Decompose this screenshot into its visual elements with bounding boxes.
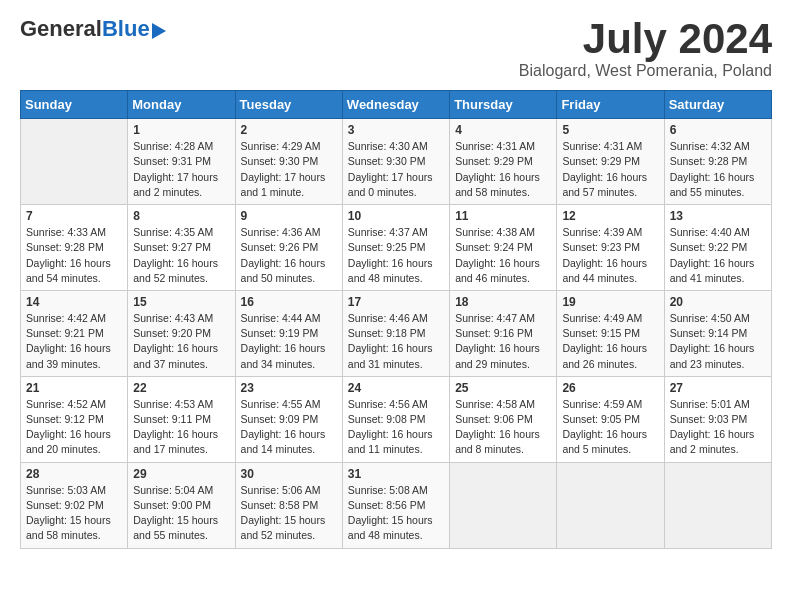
calendar-cell: 24Sunrise: 4:56 AM Sunset: 9:08 PM Dayli… xyxy=(342,376,449,462)
month-year-title: July 2024 xyxy=(519,16,772,62)
day-number: 29 xyxy=(133,467,229,481)
column-header-friday: Friday xyxy=(557,91,664,119)
day-info: Sunrise: 4:49 AM Sunset: 9:15 PM Dayligh… xyxy=(562,311,658,372)
calendar-cell: 29Sunrise: 5:04 AM Sunset: 9:00 PM Dayli… xyxy=(128,462,235,548)
calendar-cell: 16Sunrise: 4:44 AM Sunset: 9:19 PM Dayli… xyxy=(235,290,342,376)
day-info: Sunrise: 4:38 AM Sunset: 9:24 PM Dayligh… xyxy=(455,225,551,286)
calendar-cell: 5Sunrise: 4:31 AM Sunset: 9:29 PM Daylig… xyxy=(557,119,664,205)
day-number: 27 xyxy=(670,381,766,395)
calendar-cell: 23Sunrise: 4:55 AM Sunset: 9:09 PM Dayli… xyxy=(235,376,342,462)
calendar-cell: 19Sunrise: 4:49 AM Sunset: 9:15 PM Dayli… xyxy=(557,290,664,376)
calendar-cell: 9Sunrise: 4:36 AM Sunset: 9:26 PM Daylig… xyxy=(235,205,342,291)
day-number: 23 xyxy=(241,381,337,395)
column-header-thursday: Thursday xyxy=(450,91,557,119)
calendar-cell: 3Sunrise: 4:30 AM Sunset: 9:30 PM Daylig… xyxy=(342,119,449,205)
day-info: Sunrise: 4:43 AM Sunset: 9:20 PM Dayligh… xyxy=(133,311,229,372)
day-info: Sunrise: 4:32 AM Sunset: 9:28 PM Dayligh… xyxy=(670,139,766,200)
day-info: Sunrise: 5:08 AM Sunset: 8:56 PM Dayligh… xyxy=(348,483,444,544)
day-info: Sunrise: 4:46 AM Sunset: 9:18 PM Dayligh… xyxy=(348,311,444,372)
day-info: Sunrise: 4:31 AM Sunset: 9:29 PM Dayligh… xyxy=(455,139,551,200)
calendar-cell: 4Sunrise: 4:31 AM Sunset: 9:29 PM Daylig… xyxy=(450,119,557,205)
day-number: 7 xyxy=(26,209,122,223)
day-number: 24 xyxy=(348,381,444,395)
logo: General Blue xyxy=(20,16,166,42)
calendar-cell xyxy=(664,462,771,548)
calendar-cell: 1Sunrise: 4:28 AM Sunset: 9:31 PM Daylig… xyxy=(128,119,235,205)
calendar-cell: 15Sunrise: 4:43 AM Sunset: 9:20 PM Dayli… xyxy=(128,290,235,376)
day-number: 15 xyxy=(133,295,229,309)
day-number: 25 xyxy=(455,381,551,395)
day-info: Sunrise: 4:59 AM Sunset: 9:05 PM Dayligh… xyxy=(562,397,658,458)
calendar-cell: 10Sunrise: 4:37 AM Sunset: 9:25 PM Dayli… xyxy=(342,205,449,291)
calendar-cell: 12Sunrise: 4:39 AM Sunset: 9:23 PM Dayli… xyxy=(557,205,664,291)
calendar-cell: 11Sunrise: 4:38 AM Sunset: 9:24 PM Dayli… xyxy=(450,205,557,291)
day-number: 14 xyxy=(26,295,122,309)
day-info: Sunrise: 4:47 AM Sunset: 9:16 PM Dayligh… xyxy=(455,311,551,372)
day-info: Sunrise: 4:44 AM Sunset: 9:19 PM Dayligh… xyxy=(241,311,337,372)
day-info: Sunrise: 5:06 AM Sunset: 8:58 PM Dayligh… xyxy=(241,483,337,544)
day-info: Sunrise: 4:36 AM Sunset: 9:26 PM Dayligh… xyxy=(241,225,337,286)
calendar-cell xyxy=(450,462,557,548)
calendar-cell: 28Sunrise: 5:03 AM Sunset: 9:02 PM Dayli… xyxy=(21,462,128,548)
calendar-cell: 6Sunrise: 4:32 AM Sunset: 9:28 PM Daylig… xyxy=(664,119,771,205)
day-number: 5 xyxy=(562,123,658,137)
column-header-sunday: Sunday xyxy=(21,91,128,119)
day-info: Sunrise: 4:30 AM Sunset: 9:30 PM Dayligh… xyxy=(348,139,444,200)
logo-arrow-icon xyxy=(152,23,166,39)
calendar-cell: 13Sunrise: 4:40 AM Sunset: 9:22 PM Dayli… xyxy=(664,205,771,291)
calendar-week-row: 7Sunrise: 4:33 AM Sunset: 9:28 PM Daylig… xyxy=(21,205,772,291)
day-info: Sunrise: 4:42 AM Sunset: 9:21 PM Dayligh… xyxy=(26,311,122,372)
calendar-week-row: 28Sunrise: 5:03 AM Sunset: 9:02 PM Dayli… xyxy=(21,462,772,548)
day-number: 6 xyxy=(670,123,766,137)
calendar-cell: 22Sunrise: 4:53 AM Sunset: 9:11 PM Dayli… xyxy=(128,376,235,462)
column-header-monday: Monday xyxy=(128,91,235,119)
day-number: 31 xyxy=(348,467,444,481)
logo-blue: Blue xyxy=(102,16,150,42)
day-info: Sunrise: 4:35 AM Sunset: 9:27 PM Dayligh… xyxy=(133,225,229,286)
column-header-wednesday: Wednesday xyxy=(342,91,449,119)
day-number: 30 xyxy=(241,467,337,481)
calendar-week-row: 21Sunrise: 4:52 AM Sunset: 9:12 PM Dayli… xyxy=(21,376,772,462)
day-info: Sunrise: 5:04 AM Sunset: 9:00 PM Dayligh… xyxy=(133,483,229,544)
calendar-week-row: 14Sunrise: 4:42 AM Sunset: 9:21 PM Dayli… xyxy=(21,290,772,376)
calendar-cell: 18Sunrise: 4:47 AM Sunset: 9:16 PM Dayli… xyxy=(450,290,557,376)
calendar-cell: 27Sunrise: 5:01 AM Sunset: 9:03 PM Dayli… xyxy=(664,376,771,462)
calendar-cell: 25Sunrise: 4:58 AM Sunset: 9:06 PM Dayli… xyxy=(450,376,557,462)
calendar-cell xyxy=(557,462,664,548)
calendar-table: SundayMondayTuesdayWednesdayThursdayFrid… xyxy=(20,90,772,548)
calendar-cell: 21Sunrise: 4:52 AM Sunset: 9:12 PM Dayli… xyxy=(21,376,128,462)
day-info: Sunrise: 4:50 AM Sunset: 9:14 PM Dayligh… xyxy=(670,311,766,372)
day-number: 16 xyxy=(241,295,337,309)
day-number: 2 xyxy=(241,123,337,137)
calendar-cell: 20Sunrise: 4:50 AM Sunset: 9:14 PM Dayli… xyxy=(664,290,771,376)
calendar-week-row: 1Sunrise: 4:28 AM Sunset: 9:31 PM Daylig… xyxy=(21,119,772,205)
day-info: Sunrise: 4:31 AM Sunset: 9:29 PM Dayligh… xyxy=(562,139,658,200)
day-number: 17 xyxy=(348,295,444,309)
day-number: 20 xyxy=(670,295,766,309)
calendar-cell: 8Sunrise: 4:35 AM Sunset: 9:27 PM Daylig… xyxy=(128,205,235,291)
day-info: Sunrise: 4:58 AM Sunset: 9:06 PM Dayligh… xyxy=(455,397,551,458)
calendar-cell: 17Sunrise: 4:46 AM Sunset: 9:18 PM Dayli… xyxy=(342,290,449,376)
calendar-cell xyxy=(21,119,128,205)
calendar-cell: 14Sunrise: 4:42 AM Sunset: 9:21 PM Dayli… xyxy=(21,290,128,376)
calendar-cell: 30Sunrise: 5:06 AM Sunset: 8:58 PM Dayli… xyxy=(235,462,342,548)
day-info: Sunrise: 4:40 AM Sunset: 9:22 PM Dayligh… xyxy=(670,225,766,286)
day-number: 10 xyxy=(348,209,444,223)
day-info: Sunrise: 4:52 AM Sunset: 9:12 PM Dayligh… xyxy=(26,397,122,458)
day-number: 19 xyxy=(562,295,658,309)
column-header-tuesday: Tuesday xyxy=(235,91,342,119)
day-number: 11 xyxy=(455,209,551,223)
day-info: Sunrise: 4:55 AM Sunset: 9:09 PM Dayligh… xyxy=(241,397,337,458)
calendar-cell: 31Sunrise: 5:08 AM Sunset: 8:56 PM Dayli… xyxy=(342,462,449,548)
calendar-cell: 7Sunrise: 4:33 AM Sunset: 9:28 PM Daylig… xyxy=(21,205,128,291)
calendar-cell: 2Sunrise: 4:29 AM Sunset: 9:30 PM Daylig… xyxy=(235,119,342,205)
page-header: General Blue July 2024 Bialogard, West P… xyxy=(20,16,772,80)
day-info: Sunrise: 4:29 AM Sunset: 9:30 PM Dayligh… xyxy=(241,139,337,200)
day-number: 8 xyxy=(133,209,229,223)
column-header-saturday: Saturday xyxy=(664,91,771,119)
day-info: Sunrise: 4:33 AM Sunset: 9:28 PM Dayligh… xyxy=(26,225,122,286)
day-info: Sunrise: 4:53 AM Sunset: 9:11 PM Dayligh… xyxy=(133,397,229,458)
logo-general: General xyxy=(20,16,102,42)
day-info: Sunrise: 5:03 AM Sunset: 9:02 PM Dayligh… xyxy=(26,483,122,544)
day-info: Sunrise: 4:37 AM Sunset: 9:25 PM Dayligh… xyxy=(348,225,444,286)
